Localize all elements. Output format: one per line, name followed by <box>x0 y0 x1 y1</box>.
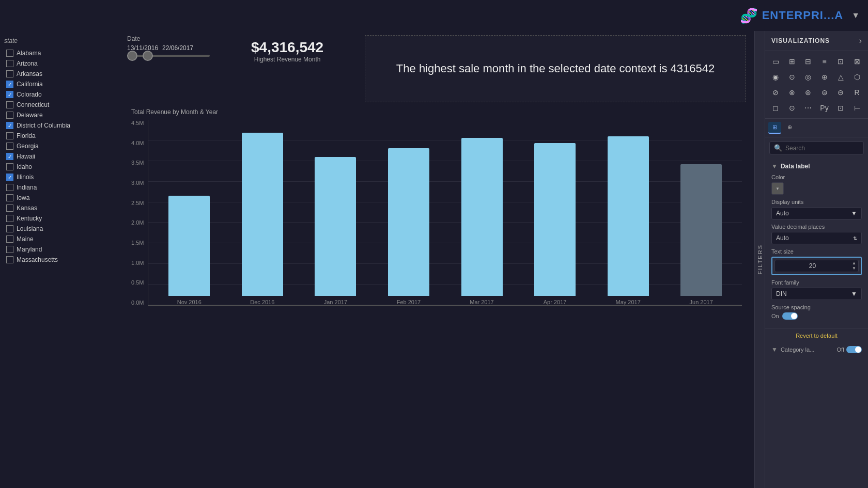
state-checkbox[interactable] <box>6 215 13 222</box>
state-checkbox[interactable] <box>6 91 13 98</box>
bar[interactable] <box>242 133 283 296</box>
viz-tab-fields[interactable]: ⊞ <box>768 122 781 134</box>
slider-track[interactable] <box>127 55 210 57</box>
state-item[interactable]: Idaho <box>4 162 115 171</box>
text-size-down[interactable]: ▼ <box>850 266 858 271</box>
color-swatch[interactable]: ▼ <box>771 182 784 195</box>
search-input[interactable] <box>785 145 863 152</box>
state-checkbox[interactable] <box>6 122 13 129</box>
state-checkbox[interactable] <box>6 184 13 191</box>
donut-chart-icon[interactable]: ◉ <box>768 70 783 84</box>
state-item[interactable]: Maine <box>4 234 115 244</box>
font-family-select[interactable]: DIN ▼ <box>771 288 862 300</box>
state-item[interactable]: Georgia <box>4 141 115 151</box>
bar-chart-icon[interactable]: ▭ <box>768 54 783 69</box>
state-checkbox[interactable] <box>6 132 13 139</box>
scatter-chart-icon[interactable]: ⊡ <box>833 54 848 69</box>
viz-panel-collapse-icon[interactable]: › <box>859 36 862 45</box>
state-item[interactable]: Arizona <box>4 59 115 68</box>
column-chart-icon[interactable]: ⊞ <box>785 54 799 69</box>
bar[interactable] <box>680 164 722 296</box>
text-size-input[interactable]: 20 ▲ ▼ <box>774 260 859 272</box>
state-checkbox[interactable] <box>6 70 13 77</box>
state-item[interactable]: Louisiana <box>4 224 115 233</box>
map-icon[interactable]: △ <box>833 70 848 84</box>
state-item[interactable]: Florida <box>4 131 115 140</box>
more-icon[interactable]: ⋯ <box>801 101 815 115</box>
bar-group[interactable]: Jun 2017 <box>664 120 738 305</box>
bar-group[interactable]: Jan 2017 <box>299 120 373 305</box>
text-size-arrows[interactable]: ▲ ▼ <box>850 261 858 271</box>
date-slider[interactable] <box>127 55 230 57</box>
state-checkbox[interactable] <box>6 50 13 57</box>
bar-group[interactable]: Mar 2017 <box>445 120 519 305</box>
state-checkbox[interactable] <box>6 112 13 119</box>
python-icon[interactable]: Py <box>817 101 832 115</box>
state-item[interactable]: Delaware <box>4 111 115 120</box>
bar-group[interactable]: Apr 2017 <box>518 120 592 305</box>
decimal-places-select[interactable]: Auto ⇅ <box>771 232 862 244</box>
state-checkbox[interactable] <box>6 81 13 88</box>
custom-icon[interactable]: ⊝ <box>833 85 848 100</box>
state-checkbox[interactable] <box>6 246 13 253</box>
state-item[interactable]: Maryland <box>4 245 115 254</box>
r-script-icon[interactable]: R <box>850 85 864 100</box>
state-item[interactable]: Arkansas <box>4 69 115 78</box>
shape-icon[interactable]: ◻ <box>768 101 783 115</box>
state-item[interactable]: Colorado <box>4 90 115 99</box>
revert-to-default[interactable]: Revert to default <box>765 328 868 343</box>
treemap-icon[interactable]: ⊙ <box>785 70 799 84</box>
extra2-icon[interactable]: ⊢ <box>850 101 864 115</box>
state-item[interactable]: California <box>4 80 115 89</box>
viz-tab-format[interactable]: ⊕ <box>783 122 796 134</box>
search-box[interactable]: 🔍 <box>769 141 864 154</box>
state-checkbox[interactable] <box>6 225 13 232</box>
area-chart-icon[interactable]: ≡ <box>817 54 832 69</box>
text-size-up[interactable]: ▲ <box>850 261 858 266</box>
state-item[interactable]: Massachusetts <box>4 255 115 264</box>
display-units-select[interactable]: Auto ▼ <box>771 207 862 219</box>
bar[interactable] <box>534 143 576 296</box>
category-label-header[interactable]: ▼ Category la... <box>771 346 814 353</box>
state-item[interactable]: Indiana <box>4 183 115 192</box>
bar-group[interactable]: May 2017 <box>592 120 665 305</box>
state-item[interactable]: District of Columbia <box>4 121 115 130</box>
extra1-icon[interactable]: ⊡ <box>833 101 848 115</box>
card-icon[interactable]: ⊗ <box>785 85 799 100</box>
funnel-icon[interactable]: ◎ <box>801 70 815 84</box>
gauge-icon[interactable]: ⊕ <box>817 70 832 84</box>
state-checkbox[interactable] <box>6 235 13 243</box>
line-chart-icon[interactable]: ⊟ <box>801 54 815 69</box>
state-checkbox[interactable] <box>6 204 13 212</box>
pie-chart-icon[interactable]: ⊠ <box>850 54 864 69</box>
filters-collapse-tab[interactable]: FILTERS <box>754 31 765 488</box>
bar[interactable] <box>168 196 210 296</box>
slider-handle-right[interactable] <box>143 51 153 61</box>
state-checkbox[interactable] <box>6 153 13 160</box>
state-checkbox[interactable] <box>6 256 13 263</box>
bar[interactable] <box>315 157 356 296</box>
state-item[interactable]: Hawaii <box>4 152 115 161</box>
state-checkbox[interactable] <box>6 174 13 181</box>
data-label-header[interactable]: ▼ Data label <box>771 163 862 170</box>
bar-group[interactable]: Feb 2017 <box>372 120 445 305</box>
state-item[interactable]: Iowa <box>4 193 115 202</box>
matrix-icon[interactable]: ⬡ <box>850 70 864 84</box>
state-item[interactable]: Alabama <box>4 49 115 58</box>
bar-group[interactable]: Dec 2016 <box>226 120 299 305</box>
table-icon[interactable]: ⊘ <box>768 85 783 100</box>
bar-group[interactable]: Nov 2016 <box>152 120 226 305</box>
state-checkbox[interactable] <box>6 163 13 170</box>
state-item[interactable]: Illinois <box>4 172 115 182</box>
bar[interactable] <box>388 148 429 296</box>
state-item[interactable]: Connecticut <box>4 100 115 109</box>
filter-icon[interactable]: ▼ <box>851 11 860 20</box>
slicer-icon[interactable]: ⊜ <box>817 85 832 100</box>
state-item[interactable]: Kansas <box>4 203 115 213</box>
state-checkbox[interactable] <box>6 194 13 201</box>
bar[interactable] <box>608 136 649 296</box>
state-checkbox[interactable] <box>6 143 13 150</box>
category-toggle[interactable] <box>846 346 862 353</box>
bar[interactable] <box>461 138 503 296</box>
state-checkbox[interactable] <box>6 60 13 67</box>
